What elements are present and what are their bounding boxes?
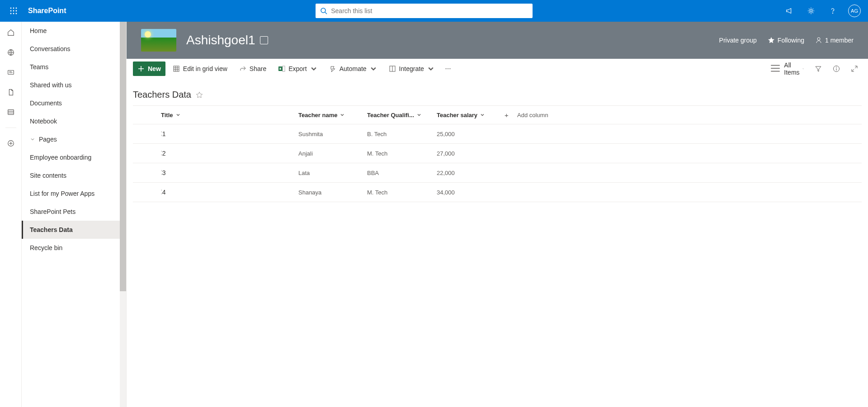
share-button[interactable]: Share xyxy=(235,62,271,76)
svg-point-12 xyxy=(832,13,833,13)
add-column[interactable]: + Add column xyxy=(505,111,862,119)
nav-item[interactable]: SharePoint Pets xyxy=(22,203,126,221)
scrollbar-thumb[interactable] xyxy=(120,22,126,291)
rail-home[interactable] xyxy=(6,28,15,37)
svg-point-6 xyxy=(10,13,12,14)
svg-point-9 xyxy=(321,8,326,13)
search-input[interactable] xyxy=(331,7,528,14)
col-teacher-name[interactable]: Teacher name xyxy=(298,112,367,118)
svg-rect-32 xyxy=(283,66,285,71)
nav-item[interactable]: List for my Power Apps xyxy=(22,185,126,203)
teams-badge-icon xyxy=(260,36,268,44)
svg-point-7 xyxy=(13,13,14,14)
chevron-down-icon xyxy=(30,137,35,142)
svg-rect-17 xyxy=(8,110,14,115)
megaphone-icon xyxy=(785,7,793,15)
cell-title: ››2 xyxy=(156,150,298,157)
nav-item[interactable]: Teams xyxy=(22,58,126,76)
site-header: Ashishgoel1 Private group Following 1 me… xyxy=(127,22,868,59)
filter-icon xyxy=(815,65,822,72)
home-icon xyxy=(7,28,15,37)
automate-icon xyxy=(329,65,336,72)
automate-button[interactable]: Automate xyxy=(325,62,382,76)
rail-lists[interactable] xyxy=(6,108,15,117)
cell-salary: 34,000 xyxy=(437,189,505,196)
svg-point-23 xyxy=(817,38,820,40)
search-box[interactable] xyxy=(316,4,533,18)
question-icon xyxy=(829,7,837,15)
members-button[interactable]: 1 member xyxy=(815,37,854,44)
megaphone-button[interactable] xyxy=(778,0,800,22)
chevron-down-icon xyxy=(802,66,804,71)
table-row[interactable]: ››4ShanayaM. Tech34,000 xyxy=(133,183,862,202)
info-button[interactable] xyxy=(829,62,844,76)
cell-salary: 25,000 xyxy=(437,131,505,137)
expand-icon xyxy=(851,65,858,72)
rail-global[interactable] xyxy=(6,48,15,57)
nav-item[interactable]: Teachers Data xyxy=(22,221,126,239)
view-selector[interactable]: All Items xyxy=(766,62,807,76)
col-teacher-qual[interactable]: Teacher Qualifi... xyxy=(367,112,437,118)
nav-item[interactable]: Recycle bin xyxy=(22,239,126,257)
nav-item[interactable]: Employee onboarding xyxy=(22,148,126,166)
settings-button[interactable] xyxy=(800,0,822,22)
chevron-down-icon xyxy=(417,113,421,117)
chevron-down-icon xyxy=(340,113,344,117)
site-logo[interactable] xyxy=(141,29,176,52)
nav-item[interactable]: Documents xyxy=(22,94,126,112)
brand-label[interactable]: SharePoint xyxy=(24,7,70,15)
excel-icon xyxy=(278,65,285,72)
chevron-down-icon xyxy=(176,113,180,117)
star-filled-icon xyxy=(768,37,775,44)
site-nav: HomeConversationsTeamsShared with usDocu… xyxy=(22,22,127,407)
list-lines-icon xyxy=(769,62,781,74)
cell-title: ››3 xyxy=(156,169,298,176)
cell-salary: 27,000 xyxy=(437,150,505,157)
user-avatar[interactable]: AG xyxy=(848,5,861,17)
expand-button[interactable] xyxy=(847,62,862,76)
svg-point-3 xyxy=(10,10,12,12)
col-title[interactable]: Title xyxy=(156,112,298,118)
table-header: Title Teacher name Teacher Qualifi... Te… xyxy=(133,105,862,124)
table-row[interactable]: ››2AnjaliM. Tech27,000 xyxy=(133,144,862,163)
cell-qual: B. Tech xyxy=(367,131,437,137)
help-button[interactable] xyxy=(822,0,844,22)
chevron-down-icon xyxy=(427,65,434,72)
nav-item[interactable]: Site contents xyxy=(22,166,126,185)
plus-icon xyxy=(137,65,145,72)
more-actions[interactable] xyxy=(442,66,454,72)
svg-point-8 xyxy=(16,13,17,14)
globe-icon xyxy=(7,48,15,57)
edit-grid-button[interactable]: Edit in grid view xyxy=(168,62,232,76)
nav-item[interactable]: Notebook xyxy=(22,112,126,130)
table-row[interactable]: ››1SushmitaB. Tech25,000 xyxy=(133,124,862,144)
rail-create[interactable] xyxy=(6,139,15,148)
site-title[interactable]: Ashishgoel1 xyxy=(186,33,268,47)
cell-title: ››1 xyxy=(156,130,298,137)
nav-item[interactable]: Shared with us xyxy=(22,76,126,94)
cell-salary: 22,000 xyxy=(437,170,505,176)
cell-qual: M. Tech xyxy=(367,150,437,157)
star-outline-icon[interactable] xyxy=(196,91,203,99)
filter-button[interactable] xyxy=(811,62,826,76)
col-teacher-salary[interactable]: Teacher salary xyxy=(437,112,505,118)
app-rail xyxy=(0,22,22,407)
nav-pages-heading[interactable]: Pages xyxy=(22,130,126,148)
rail-files[interactable] xyxy=(6,88,15,97)
nav-item[interactable]: Conversations xyxy=(22,40,126,58)
integrate-button[interactable]: Integrate xyxy=(384,62,439,76)
chevron-down-icon xyxy=(310,65,317,72)
waffle-icon xyxy=(10,7,17,14)
new-button[interactable]: New xyxy=(133,62,165,76)
table-row[interactable]: ››3LataBBA22,000 xyxy=(133,163,862,183)
rail-news[interactable] xyxy=(6,68,15,77)
svg-point-4 xyxy=(13,10,14,12)
follow-button[interactable]: Following xyxy=(768,37,804,44)
chevron-down-icon xyxy=(370,65,377,72)
svg-point-43 xyxy=(836,67,837,67)
app-launcher[interactable] xyxy=(3,0,24,22)
cell-name: Sushmita xyxy=(298,131,367,137)
svg-point-5 xyxy=(16,10,17,12)
export-button[interactable]: Export xyxy=(274,62,321,76)
nav-item[interactable]: Home xyxy=(22,22,126,40)
